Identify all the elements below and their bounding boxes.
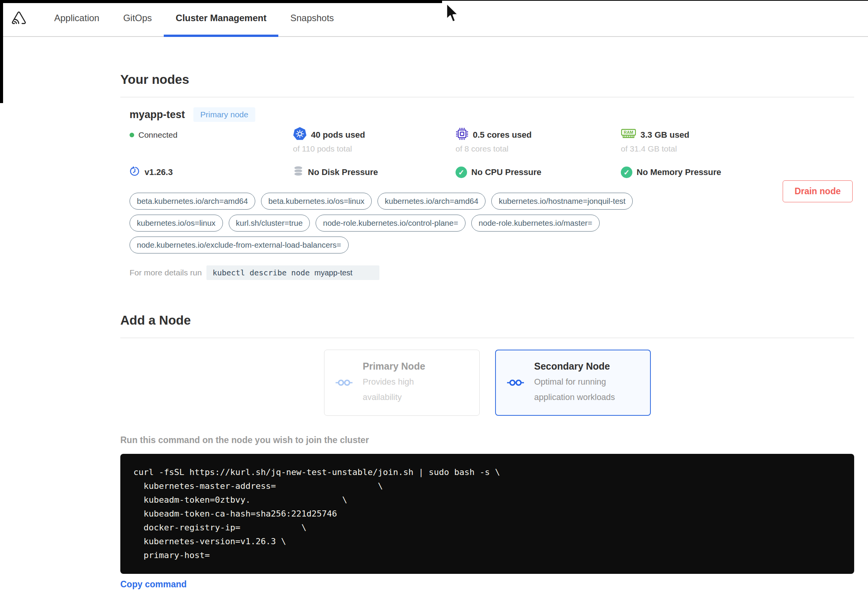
check-circle-icon: ✓: [621, 167, 632, 178]
add-node-title: Add a Node: [120, 313, 854, 328]
node-status: Connected: [130, 127, 293, 143]
node-label-tag: node.kubernetes.io/exclude-from-external…: [130, 237, 349, 253]
primary-node-option-title: Primary Node: [363, 361, 451, 372]
pods-used-label: 40 pods used: [311, 130, 365, 140]
kubectl-command-chip: kubectl describe node myapp-test: [206, 265, 379, 280]
pods-total-label: of 110 pods total: [293, 144, 456, 153]
join-command-label: Run this command on the node you wish to…: [120, 435, 854, 445]
add-node-section: Add a Node Primary Node Provides high av…: [120, 313, 854, 590]
cpu-icon: [456, 127, 469, 143]
tab-gitops[interactable]: GitOps: [111, 0, 164, 36]
memory-stat: RAM 3.3 GB used of 31.4 GB tota: [621, 127, 854, 153]
disk-pressure-label: No Disk Pressure: [308, 167, 378, 177]
section-divider: [120, 338, 854, 338]
node-card: myapp-test Primary node Connected: [120, 107, 854, 280]
tab-application[interactable]: Application: [42, 0, 111, 36]
memory-total-label: of 31.4 GB total: [621, 144, 854, 153]
node-label-tag: node-role.kubernetes.io/control-plane=: [316, 215, 466, 232]
secondary-node-option-title: Secondary Node: [534, 361, 622, 372]
node-version-label: v1.26.3: [145, 167, 173, 177]
your-nodes-title: Your nodes: [120, 72, 854, 87]
details-hint-line: For more details run kubectl describe no…: [130, 265, 854, 280]
node-link-icon: [507, 378, 524, 387]
node-label-tag: kubernetes.io/os=linux: [130, 215, 223, 232]
app-logo-icon: [11, 11, 27, 25]
status-dot-icon: [130, 133, 134, 137]
section-divider: [120, 97, 854, 97]
check-circle-icon: ✓: [456, 167, 467, 178]
node-labels: beta.kubernetes.io/arch=amd64beta.kubern…: [130, 193, 691, 258]
node-label-tag: beta.kubernetes.io/arch=amd64: [130, 193, 255, 210]
memory-pressure-condition: ✓ No Memory Pressure: [621, 165, 854, 180]
window-top-edge-left: [0, 0, 442, 3]
drain-node-button[interactable]: Drain node: [783, 180, 853, 202]
node-stats-grid: Connected: [130, 127, 854, 180]
primary-node-option-desc: Provides high availability: [363, 374, 451, 405]
copy-command-link[interactable]: Copy command: [120, 579, 187, 590]
terminal-line: kubernetes-version=v1.26.3 \: [133, 535, 841, 548]
cpu-pressure-condition: ✓ No CPU Pressure: [456, 165, 621, 180]
tab-snapshots[interactable]: Snapshots: [278, 0, 346, 36]
svg-text:RAM: RAM: [624, 130, 633, 135]
primary-node-badge: Primary node: [193, 107, 255, 122]
memory-used-label: 3.3 GB used: [640, 130, 689, 140]
secondary-node-option-desc: Optimal for running application workload…: [534, 374, 622, 405]
nav-tabs: Application GitOps Cluster Management Sn…: [42, 0, 346, 36]
details-hint-text: For more details run: [130, 268, 202, 277]
cores-used-label: 0.5 cores used: [473, 130, 532, 140]
primary-node-option[interactable]: Primary Node Provides high availability: [324, 350, 480, 416]
cores-stat: 0.5 cores used of 8 cores total: [456, 127, 621, 153]
join-command-terminal: curl -fsSL https://kurl.sh/jq-new-test-u…: [120, 454, 854, 574]
disk-icon: [293, 165, 304, 179]
top-nav: Application GitOps Cluster Management Sn…: [0, 0, 868, 37]
version-history-icon: [130, 166, 140, 179]
cores-total-label: of 8 cores total: [456, 144, 621, 153]
terminal-line: kubeadm-token-ca-hash=sha256:221d25746: [133, 507, 841, 521]
terminal-line: primary-host=: [133, 548, 841, 562]
pods-stat: 40 pods used of 110 pods total: [293, 127, 456, 153]
node-status-label: Connected: [138, 130, 178, 140]
node-label-tag: kurl.sh/cluster=true: [229, 215, 310, 232]
node-label-tag: node-role.kubernetes.io/master=: [471, 215, 600, 232]
window-left-edge: [0, 0, 3, 103]
node-label-tag: beta.kubernetes.io/os=linux: [261, 193, 372, 210]
tab-cluster-management[interactable]: Cluster Management: [164, 0, 278, 36]
disk-pressure-condition: No Disk Pressure: [293, 165, 456, 180]
secondary-node-option[interactable]: Secondary Node Optimal for running appli…: [495, 350, 651, 416]
kubectl-command-node: myapp-test: [314, 268, 353, 277]
page-content: Your nodes myapp-test Primary node Conne…: [120, 37, 854, 590]
terminal-line: docker-registry-ip= \: [133, 521, 841, 535]
node-label-tag: kubernetes.io/arch=amd64: [377, 193, 486, 210]
node-label-tag: kubernetes.io/hostname=jonquil-test: [491, 193, 633, 210]
your-nodes-section: Your nodes myapp-test Primary node Conne…: [120, 37, 854, 280]
kubernetes-icon: [293, 127, 307, 143]
ram-icon: RAM: [621, 128, 636, 142]
terminal-line: curl -fsSL https://kurl.sh/jq-new-test-u…: [133, 465, 841, 479]
node-type-options: Primary Node Provides high availability …: [120, 350, 854, 416]
memory-pressure-label: No Memory Pressure: [637, 167, 721, 177]
kubectl-command-text: kubectl describe node: [213, 268, 310, 277]
node-name: myapp-test: [130, 109, 185, 121]
terminal-line: kubernetes-master-address= \: [133, 479, 841, 493]
terminal-line: kubeadm-token=0ztbvy. \: [133, 493, 841, 507]
cpu-pressure-label: No CPU Pressure: [471, 167, 541, 177]
node-link-icon: [335, 378, 353, 387]
node-version: v1.26.3: [130, 165, 293, 180]
